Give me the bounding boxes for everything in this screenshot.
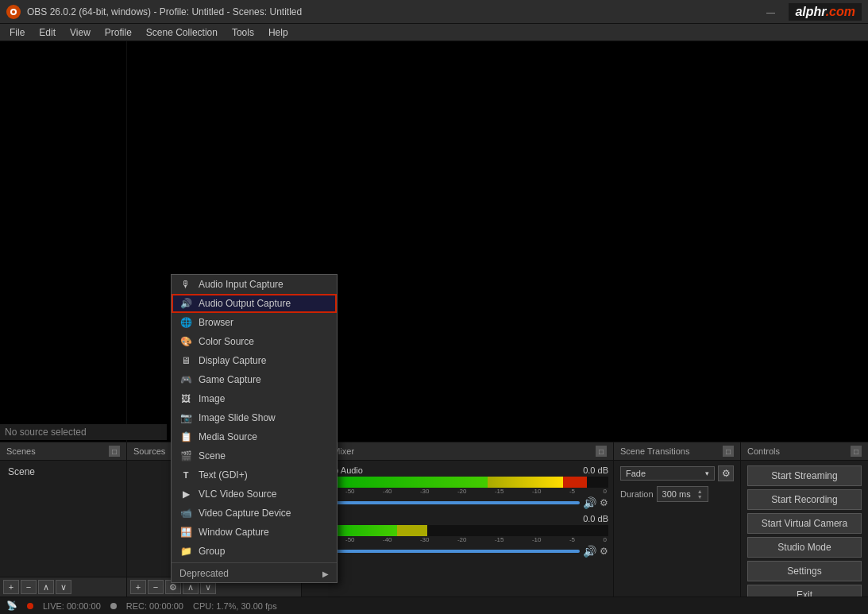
mic-aux-bar — [307, 525, 608, 536]
mic-meter-empty — [427, 525, 608, 536]
rec-indicator — [110, 603, 117, 609]
ctx-window-capture[interactable]: 🪟 Window Capture — [172, 523, 337, 542]
desktop-mute-button[interactable]: 🔊 — [583, 496, 596, 509]
ctx-video-device[interactable]: 📹 Video Capture Device — [172, 504, 337, 523]
meter-red — [563, 477, 587, 488]
duration-spinners[interactable]: ▲ ▼ — [697, 488, 703, 500]
settings-button[interactable]: Settings — [747, 561, 862, 581]
ctx-audio-input[interactable]: 🎙 Audio Input Capture — [172, 275, 337, 294]
transition-type-select[interactable]: Fade ▾ — [620, 466, 715, 481]
ctx-color-source[interactable]: 🎨 Color Source — [172, 332, 337, 351]
scene-item[interactable]: Scene — [3, 464, 123, 480]
menu-scene-collection[interactable]: Scene Collection — [140, 25, 224, 40]
desktop-audio-db: 0.0 dB — [583, 465, 608, 475]
game-capture-icon: 🎮 — [179, 373, 192, 386]
ctx-deprecated-label: Deprecated — [179, 568, 229, 579]
mic-aux-track: Mic/Aux 0.0 dB -6 — [307, 514, 608, 558]
ctx-audio-output-label: Audio Output Capture — [199, 298, 291, 309]
menu-file[interactable]: File — [3, 25, 31, 40]
no-source-label: No source selected — [0, 424, 167, 440]
menu-profile[interactable]: Profile — [98, 25, 138, 40]
desktop-audio-controls: 🔊 ⚙ — [307, 496, 608, 509]
ctx-display-capture[interactable]: 🖥 Display Capture — [172, 351, 337, 370]
ctx-audio-input-label: Audio Input Capture — [199, 279, 284, 290]
scenes-add-button[interactable]: + — [3, 580, 19, 594]
media-source-icon: 📋 — [179, 431, 192, 443]
transitions-header: Scene Transitions □ — [614, 442, 740, 461]
image-icon: 🖼 — [179, 392, 192, 405]
mic-volume-slider[interactable] — [307, 550, 580, 553]
scenes-panel-header: Scenes □ — [0, 442, 126, 461]
ctx-group[interactable]: 📁 Group — [172, 542, 337, 561]
ctx-separator — [172, 562, 337, 563]
ctx-game-capture-label: Game Capture — [199, 374, 261, 385]
video-device-icon: 📹 — [179, 507, 192, 519]
mic-meter-yellow — [397, 525, 427, 536]
duration-row: Duration 300 ms ▲ ▼ — [620, 486, 734, 502]
scenes-label: Scenes — [6, 446, 36, 456]
ctx-video-device-label: Video Capture Device — [199, 508, 291, 519]
mic-gear-button[interactable]: ⚙ — [600, 546, 608, 557]
menu-view[interactable]: View — [64, 25, 97, 40]
ctx-image[interactable]: 🖼 Image — [172, 389, 337, 408]
controls-icon[interactable]: □ — [851, 446, 862, 457]
transition-type-value: Fade — [626, 469, 646, 478]
desktop-audio-ticks: -60 -50 -40 -30 -20 -15 -10 -5 0 — [307, 488, 608, 495]
audio-mixer-icon[interactable]: □ — [596, 446, 607, 457]
ctx-image-label: Image — [199, 393, 225, 404]
app-window: OBS 26.0.2 (64-bit, windows) - Profile: … — [0, 0, 868, 614]
ctx-window-capture-label: Window Capture — [199, 527, 269, 538]
ctx-vlc-label: VLC Video Source — [199, 488, 277, 500]
menu-edit[interactable]: Edit — [33, 25, 62, 40]
meter-empty — [587, 477, 608, 488]
scenes-panel-icon[interactable]: □ — [109, 446, 120, 457]
studio-mode-button[interactable]: Studio Mode — [747, 537, 862, 558]
minimize-button[interactable]: — — [758, 4, 782, 20]
scenes-remove-button[interactable]: − — [21, 580, 37, 594]
titlebar: OBS 26.0.2 (64-bit, windows) - Profile: … — [0, 0, 868, 24]
ctx-deprecated[interactable]: Deprecated ▶ — [172, 565, 337, 582]
exit-button[interactable]: Exit — [747, 585, 862, 597]
menu-help[interactable]: Help — [262, 25, 295, 40]
scenes-up-button[interactable]: ∧ — [38, 580, 54, 594]
sources-label: Sources — [133, 446, 165, 456]
ctx-browser-label: Browser — [199, 317, 233, 328]
menu-tools[interactable]: Tools — [226, 25, 260, 40]
desktop-volume-slider[interactable] — [307, 501, 580, 504]
transitions-icon[interactable]: □ — [723, 446, 734, 457]
preview-spacer — [0, 41, 126, 442]
duration-input[interactable]: 300 ms ▲ ▼ — [657, 486, 708, 502]
start-virtual-camera-button[interactable]: Start Virtual Camera — [747, 513, 862, 534]
menubar: File Edit View Profile Scene Collection … — [0, 24, 868, 41]
transition-gear-button[interactable]: ⚙ — [718, 465, 734, 481]
start-recording-button[interactable]: Start Recording — [747, 489, 862, 510]
ctx-vlc[interactable]: ▶ VLC Video Source — [172, 485, 337, 504]
controls-label: Controls — [747, 446, 780, 456]
sources-remove-button[interactable]: − — [148, 580, 164, 594]
scenes-down-button[interactable]: ∨ — [56, 580, 71, 594]
context-menu: 🎙 Audio Input Capture 🔊 Audio Output Cap… — [171, 274, 338, 583]
desktop-audio-meter — [307, 477, 608, 488]
radio-icon: 📡 — [6, 600, 17, 611]
scenes-panel: Scenes □ Scene + − ∧ ∨ — [0, 442, 126, 597]
ctx-audio-output[interactable]: 🔊 Audio Output Capture — [172, 294, 337, 313]
alphr-logo: alphr.com — [789, 3, 862, 21]
text-gdi-icon: T — [179, 469, 192, 481]
browser-icon: 🌐 — [179, 316, 192, 329]
ctx-scene[interactable]: 🎬 Scene — [172, 446, 337, 465]
desktop-gear-button[interactable]: ⚙ — [600, 497, 608, 508]
mic-mute-button[interactable]: 🔊 — [583, 545, 596, 558]
live-indicator — [27, 603, 33, 609]
live-timer: LIVE: 00:00:00 — [43, 601, 101, 611]
sources-add-button[interactable]: + — [130, 580, 146, 594]
window-capture-icon: 🪟 — [179, 526, 192, 539]
start-streaming-button[interactable]: Start Streaming — [747, 465, 862, 486]
desktop-audio-header: Desktop Audio 0.0 dB — [307, 465, 608, 475]
transition-select-arrow: ▾ — [705, 469, 709, 477]
ctx-game-capture[interactable]: 🎮 Game Capture — [172, 370, 337, 389]
ctx-text-gdi[interactable]: T Text (GDI+) — [172, 465, 337, 485]
ctx-image-slideshow[interactable]: 📷 Image Slide Show — [172, 408, 337, 427]
ctx-browser[interactable]: 🌐 Browser — [172, 313, 337, 332]
mic-aux-ticks: -60 -50 -40 -30 -20 -15 -10 -5 0 — [307, 536, 608, 543]
ctx-media-source[interactable]: 📋 Media Source — [172, 427, 337, 446]
